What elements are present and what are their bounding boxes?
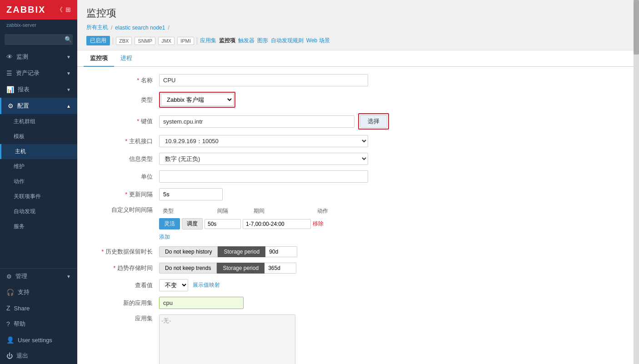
content-area: 监控项 进程 名称 类型 Zabbix 客户端 <box>77 50 639 364</box>
ci-interval-input[interactable] <box>205 219 241 229</box>
type-select-box: Zabbix 客户端 <box>159 92 235 108</box>
host-interface-control: 10.9.29.169：10050 <box>159 135 368 147</box>
unit-input[interactable] <box>159 170 368 183</box>
assets-arrow: ▼ <box>66 71 71 76</box>
sidebar-item-related-events[interactable]: 关联项事件 <box>0 189 77 204</box>
key-wrapper: 选择 <box>159 113 630 130</box>
sidebar-item-hosts[interactable]: 主机 <box>0 144 77 159</box>
link-web-scenes[interactable]: Web 场景 <box>306 37 330 45</box>
filter-snmp[interactable]: SNMP <box>135 37 155 45</box>
ci-type-header: 类型 <box>159 206 214 216</box>
interval-row-1: 灵活 调度 移除 <box>159 218 630 229</box>
hist-value-input[interactable] <box>265 246 297 257</box>
sidebar-item-services[interactable]: 服务 <box>0 219 77 234</box>
scrollbar[interactable] <box>634 0 639 364</box>
show-value-label: 查看值 <box>86 281 159 289</box>
history-label: 历史数据保留时长 <box>86 248 159 256</box>
sidebar-item-logout[interactable]: ⏻ 退出 <box>0 348 77 364</box>
new-app-row: 新的应用集 <box>86 297 630 309</box>
link-monitor-items[interactable]: 监控项 <box>219 37 235 45</box>
name-control <box>159 74 368 86</box>
sidebar-item-config[interactable]: ⚙ 配置 ▲ <box>0 98 77 114</box>
key-row: 键值 选择 <box>86 113 630 130</box>
label-maintenance: 维护 <box>14 163 25 170</box>
ci-remove-link[interactable]: 移除 <box>313 220 324 228</box>
new-app-label: 新的应用集 <box>86 299 159 307</box>
key-input[interactable] <box>159 115 354 128</box>
app-list-select[interactable]: -无- <box>159 314 295 364</box>
link-triggers[interactable]: 触发器 <box>238 37 255 45</box>
type-select[interactable]: Zabbix 客户端 <box>161 94 234 106</box>
filter-jmx[interactable]: JMX <box>158 37 175 45</box>
label-actions: 动作 <box>14 178 25 185</box>
key-label: 键值 <box>86 117 159 125</box>
host-interface-label: 主机接口 <box>86 137 159 145</box>
btn-scheduling[interactable]: 调度 <box>182 218 203 229</box>
ci-action-header: 动作 <box>314 206 395 216</box>
label-services: 服务 <box>14 223 25 230</box>
tab-process[interactable]: 进程 <box>114 50 139 67</box>
info-type-select[interactable]: 数字 (无正负) <box>159 153 368 165</box>
link-auto-discovery[interactable]: 自动发现规则 <box>271 37 304 45</box>
sidebar-item-monitor[interactable]: 👁 监测 ▼ <box>0 49 77 65</box>
sidebar-item-templates[interactable]: 模板 <box>0 129 77 144</box>
assets-icon: ☰ <box>6 70 12 77</box>
trend-buttons: Do not keep trends Storage period <box>159 263 296 274</box>
breadcrumb-all-hosts[interactable]: 所有主机 <box>86 24 108 31</box>
label-help: 帮助 <box>14 320 25 328</box>
page-header: 监控项 所有主机 / elastic search node1 / 已启用 ZB… <box>77 0 639 50</box>
trend-value-input[interactable] <box>265 263 296 274</box>
value-map-link[interactable]: 展示值映射 <box>193 281 220 289</box>
hist-no-keep-btn[interactable]: Do not keep history <box>159 246 218 257</box>
breadcrumb-host[interactable]: elastic search node1 <box>115 25 165 31</box>
link-graphs[interactable]: 图形 <box>257 37 268 45</box>
history-buttons: Do not keep history Storage period <box>159 246 297 257</box>
update-interval-input[interactable] <box>159 188 223 200</box>
value-map-select[interactable]: 不变 <box>159 279 188 291</box>
ci-add-link[interactable]: 添加 <box>159 233 170 241</box>
sidebar-item-admin[interactable]: ⚙ 管理 ▼ <box>0 269 77 284</box>
main-content: 监控项 所有主机 / elastic search node1 / 已启用 ZB… <box>77 0 639 364</box>
ci-interval-header: 间隔 <box>214 206 250 216</box>
ci-period-input[interactable] <box>243 219 311 229</box>
filter-enabled[interactable]: 已启用 <box>86 36 110 45</box>
sidebar-item-reports[interactable]: 📊 报表 ▼ <box>0 81 77 98</box>
collapse-icon[interactable]: 《 <box>56 6 63 14</box>
scroll-thumb[interactable] <box>634 0 639 55</box>
sidebar-item-support[interactable]: 🎧 支持 <box>0 284 77 300</box>
select-button[interactable]: 选择 <box>360 115 387 128</box>
host-interface-select[interactable]: 10.9.29.169：10050 <box>159 135 368 147</box>
link-app-sets[interactable]: 应用集 <box>200 37 216 45</box>
btn-flexible[interactable]: 灵活 <box>159 218 180 229</box>
tab-items[interactable]: 监控项 <box>84 50 114 67</box>
sidebar-item-assets[interactable]: ☰ 资产记录 ▼ <box>0 65 77 81</box>
search-area: 🔍 <box>0 30 77 49</box>
name-input[interactable] <box>159 74 368 86</box>
sidebar-item-maintenance[interactable]: 维护 <box>0 159 77 174</box>
new-app-input[interactable] <box>159 297 244 309</box>
label-hosts: 主机 <box>15 148 26 155</box>
search-input[interactable] <box>5 34 73 45</box>
sidebar-item-host-groups[interactable]: 主机群组 <box>0 114 77 129</box>
sidebar-item-share[interactable]: Z Share <box>0 300 77 316</box>
label-related-events: 关联项事件 <box>14 193 41 200</box>
label-support: 支持 <box>18 288 30 296</box>
expand-icon[interactable]: ⊞ <box>65 6 71 14</box>
filter-ipmi[interactable]: IPMI <box>177 37 194 45</box>
update-interval-row: 更新间隔 <box>86 188 630 200</box>
share-icon: Z <box>6 304 10 312</box>
filter-zbx[interactable]: ZBX <box>116 37 132 45</box>
trend-storage-btn[interactable]: Storage period <box>217 263 265 274</box>
sidebar-item-actions[interactable]: 动作 <box>0 174 77 189</box>
custom-interval-row: 自定义时间间隔 类型 间隔 期间 动作 灵活 调度 <box>86 206 630 241</box>
trend-label: 趋势存储时间 <box>86 264 159 272</box>
sidebar-item-user-settings[interactable]: 👤 User settings <box>0 332 77 348</box>
trend-no-keep-btn[interactable]: Do not keep trends <box>159 263 217 274</box>
sidebar-item-auto-discover[interactable]: 自动发现 <box>0 204 77 219</box>
monitor-arrow: ▼ <box>66 55 71 60</box>
app-label: 应用集 <box>86 314 159 323</box>
label-auto-discover: 自动发现 <box>14 208 35 215</box>
sidebar-item-help[interactable]: ? 帮助 <box>0 316 77 332</box>
new-app-control <box>159 297 244 309</box>
hist-storage-btn[interactable]: Storage period <box>218 246 265 257</box>
